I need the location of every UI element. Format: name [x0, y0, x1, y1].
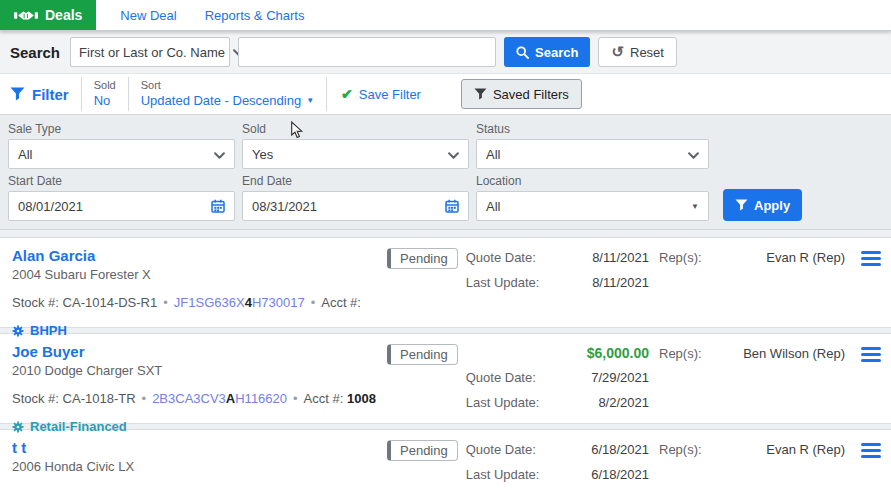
end-date-value: 08/31/2021 — [252, 199, 317, 214]
divider — [128, 77, 129, 111]
row-menu-icon[interactable] — [861, 347, 881, 423]
end-date-input[interactable]: 08/31/2021 — [242, 191, 469, 221]
sale-type: Retail-Financed — [12, 419, 387, 434]
status-badge: Pending — [387, 344, 458, 365]
quote-date-label: Quote Date: — [466, 442, 536, 457]
stock-value: CA-1018-TR — [63, 391, 136, 406]
handshake-icon — [14, 9, 38, 22]
status-field: Status All — [476, 122, 709, 169]
sold-quick-label: Sold — [94, 79, 116, 93]
deal-dates: Quote Date:6/18/2021 Last Update:6/18/20… — [466, 439, 649, 490]
deal-info: Alan Garcia 2004 Subaru Forester X Stock… — [12, 247, 387, 327]
quote-date-label: Quote Date: — [466, 370, 536, 385]
divider — [81, 77, 82, 111]
reset-button[interactable]: ↺ Reset — [598, 37, 677, 67]
sort-value: Updated Date - Descending — [141, 93, 301, 109]
calendar-icon[interactable] — [211, 199, 225, 213]
deal-name-link[interactable]: Joe Buyer — [12, 343, 387, 360]
deal-row: t t 2006 Honda Civic LX Stock #: CA-1017… — [0, 429, 891, 490]
deal-vehicle: 2004 Subaru Forester X — [12, 267, 387, 282]
sale-type-select[interactable]: All — [8, 139, 235, 169]
end-date-field: End Date 08/31/2021 — [242, 174, 469, 221]
start-date-input[interactable]: 08/01/2021 — [8, 191, 235, 221]
last-update-label: Last Update: — [466, 395, 540, 410]
last-update-label: Last Update: — [466, 275, 540, 290]
apply-button-label: Apply — [754, 198, 790, 213]
location-field: Location All ▼ — [476, 174, 709, 221]
chevron-down-icon — [214, 147, 225, 162]
sale-type-value: All — [18, 147, 32, 162]
rep-value: Evan R (Rep) — [766, 250, 845, 327]
reset-button-label: Reset — [630, 45, 664, 60]
deal-row: Joe Buyer 2010 Dodge Charger SXT Stock #… — [0, 333, 891, 424]
saved-filters-button[interactable]: Saved Filters — [461, 79, 582, 109]
location-select[interactable]: All ▼ — [476, 191, 709, 221]
acct-value: 1008 — [347, 391, 376, 406]
deal-info: t t 2006 Honda Civic LX Stock #: CA-1017… — [12, 439, 387, 490]
search-button[interactable]: Search — [504, 37, 590, 67]
search-field-selector-value: First or Last or Co. Name — [79, 45, 225, 60]
last-update-value: 8/2/2021 — [598, 395, 649, 410]
deal-info: Joe Buyer 2010 Dodge Charger SXT Stock #… — [12, 343, 387, 423]
bullet-separator: • — [311, 295, 316, 310]
end-date-label: End Date — [242, 174, 469, 188]
sold-label: Sold — [242, 122, 469, 136]
vin-link[interactable]: JF1SG636X4H730017 — [174, 295, 305, 310]
quote-date-label: Quote Date: — [466, 250, 536, 265]
check-icon: ✔ — [341, 86, 353, 102]
deal-name-link[interactable]: t t — [12, 439, 387, 456]
sale-type-field: Sale Type All — [8, 122, 235, 169]
sold-quick-filter[interactable]: Sold No — [94, 79, 116, 109]
search-field-selector[interactable]: First or Last or Co. Name — [70, 37, 230, 67]
deal-stock-line: Stock #: CA-1018-TR • 2B3CA3CV3AH116620 … — [12, 391, 387, 406]
nav-link-reports-charts[interactable]: Reports & Charts — [205, 8, 305, 23]
nav-link-new-deal[interactable]: New Deal — [120, 8, 176, 23]
location-value: All — [486, 199, 500, 214]
search-button-label: Search — [535, 45, 578, 60]
sold-field: Sold Yes — [242, 122, 469, 169]
reps-label: Rep(s): — [659, 250, 702, 327]
funnel-icon — [735, 199, 748, 211]
reps-label: Rep(s): — [659, 346, 702, 423]
deal-reps: Rep(s): Evan R (Rep) — [649, 247, 845, 327]
funnel-icon — [10, 87, 25, 101]
vin-link[interactable]: 2B3CA3CV3AH116620 — [152, 391, 287, 406]
deal-name-link[interactable]: Alan Garcia — [12, 247, 387, 264]
deal-vehicle: 2010 Dodge Charger SXT — [12, 363, 387, 378]
status-label: Status — [476, 122, 709, 136]
deal-vehicle: 2006 Honda Civic LX — [12, 459, 387, 474]
caret-down-icon: ▼ — [306, 96, 314, 106]
filter-toolbar: Filter Sold No Sort Updated Date - Desce… — [0, 74, 891, 114]
stock-label: Stock #: — [12, 295, 59, 310]
sale-type-label: Retail-Financed — [30, 419, 127, 434]
calendar-icon[interactable] — [445, 199, 459, 213]
status-badge: Pending — [387, 440, 458, 461]
start-date-value: 08/01/2021 — [18, 199, 83, 214]
row-menu-icon[interactable] — [861, 251, 881, 327]
search-bar: Search First or Last or Co. Name Search … — [0, 31, 891, 74]
saved-filters-label: Saved Filters — [493, 87, 569, 102]
sold-select[interactable]: Yes — [242, 139, 469, 169]
status-value: All — [486, 147, 500, 162]
filter-toggle[interactable]: Filter — [10, 86, 69, 103]
status-select[interactable]: All — [476, 139, 709, 169]
row-menu-icon[interactable] — [861, 443, 881, 490]
tab-deals[interactable]: Deals — [0, 0, 96, 30]
start-date-label: Start Date — [8, 174, 235, 188]
save-filter-button[interactable]: ✔ Save Filter — [341, 86, 421, 102]
deal-list: Alan Garcia 2004 Subaru Forester X Stock… — [0, 230, 891, 490]
last-update-value: 6/18/2021 — [591, 467, 649, 482]
sort-dropdown[interactable]: Sort Updated Date - Descending ▼ — [141, 79, 314, 109]
sale-type: BHPH — [12, 323, 387, 338]
caret-down-icon: ▼ — [691, 202, 699, 211]
acct-label: Acct #: — [321, 295, 361, 310]
sold-quick-value: No — [94, 93, 116, 109]
stock-label: Stock #: — [12, 391, 59, 406]
deal-dates: $6,000.00 Quote Date:7/29/2021 Last Upda… — [466, 343, 649, 420]
status-badge: Pending — [387, 248, 458, 269]
search-input[interactable] — [238, 37, 496, 67]
apply-button[interactable]: Apply — [723, 189, 802, 221]
sort-label: Sort — [141, 79, 314, 93]
location-label: Location — [476, 174, 709, 188]
quote-date-value: 7/29/2021 — [591, 370, 649, 385]
